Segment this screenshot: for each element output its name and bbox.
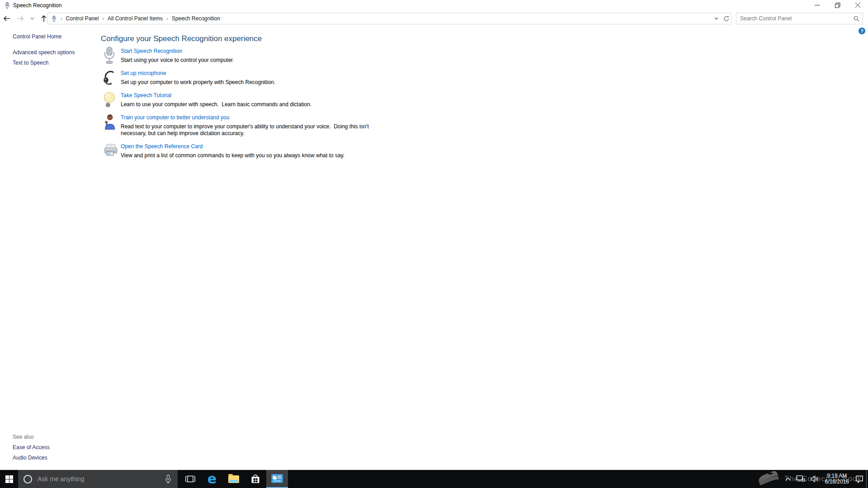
forward-arrow-icon bbox=[17, 15, 24, 22]
task-description: Set up your computer to work properly wi… bbox=[121, 79, 275, 86]
control-panel-search bbox=[736, 13, 863, 24]
task-description: View and print a list of common commands… bbox=[121, 152, 344, 159]
main-content: Configure your Speech Recognition experi… bbox=[93, 26, 868, 470]
lightbulb-icon bbox=[103, 91, 116, 109]
control-panel-icon bbox=[271, 474, 283, 483]
close-icon bbox=[855, 3, 860, 8]
store-icon bbox=[250, 474, 260, 484]
close-button[interactable] bbox=[848, 0, 868, 10]
headset-icon bbox=[103, 69, 116, 87]
task-description: Start using your voice to control your c… bbox=[121, 57, 234, 64]
person-icon bbox=[103, 113, 116, 131]
search-input[interactable] bbox=[736, 15, 854, 22]
search-icon[interactable] bbox=[854, 16, 859, 22]
page-title: Configure your Speech Recognition experi… bbox=[101, 34, 262, 43]
network-icon bbox=[796, 475, 805, 483]
volume-tray-button[interactable] bbox=[808, 470, 821, 488]
breadcrumb-speech-recognition[interactable]: Speech Recognition bbox=[169, 13, 223, 24]
sidebar-item-audio-devices[interactable]: Audio Devices bbox=[13, 455, 47, 461]
set-up-microphone-link[interactable]: Set up microphone bbox=[121, 70, 166, 76]
action-center-button[interactable] bbox=[853, 470, 866, 488]
file-explorer-button[interactable] bbox=[223, 470, 245, 488]
open-speech-reference-card-link[interactable]: Open the Speech Reference Card bbox=[121, 143, 203, 150]
network-tray-button[interactable] bbox=[793, 470, 808, 488]
refresh-icon bbox=[723, 16, 729, 22]
up-arrow-icon bbox=[41, 15, 47, 22]
breadcrumb-all-items[interactable]: All Control Panel Items bbox=[105, 13, 165, 24]
chevron-up-icon bbox=[785, 477, 791, 481]
train-your-computer-link[interactable]: Train your computer to better understand… bbox=[121, 114, 229, 121]
breadcrumb-separator: › bbox=[60, 16, 63, 21]
speech-recognition-taskbar-button[interactable] bbox=[266, 470, 288, 488]
breadcrumb-control-panel[interactable]: Control Panel bbox=[63, 13, 102, 24]
store-button[interactable] bbox=[245, 470, 266, 488]
book-icon bbox=[755, 470, 781, 488]
volume-icon bbox=[811, 475, 819, 483]
sidebar-item-control-panel-home[interactable]: Control Panel Home bbox=[13, 33, 61, 40]
task-set-up-microphone: Set up microphone Set up your computer t… bbox=[103, 69, 275, 86]
recent-pages-button[interactable] bbox=[27, 10, 38, 26]
back-button[interactable] bbox=[0, 10, 14, 26]
task-train-your-computer: Train your computer to better understand… bbox=[103, 113, 372, 137]
address-dropdown-button[interactable] bbox=[711, 13, 721, 24]
cortana-icon bbox=[24, 475, 32, 483]
sidebar-item-ease-of-access[interactable]: Ease of Access bbox=[13, 444, 50, 450]
task-take-speech-tutorial: Take Speech Tutorial Learn to use your c… bbox=[103, 91, 311, 108]
cortana-search bbox=[18, 470, 178, 488]
breadcrumb-separator: › bbox=[101, 16, 105, 21]
edge-browser-button[interactable]: e bbox=[201, 470, 223, 488]
task-description: Learn to use your computer with speech. … bbox=[121, 101, 311, 108]
clock-date: 6/18/2016 bbox=[825, 479, 849, 485]
task-view-button[interactable] bbox=[179, 470, 201, 488]
microphone-icon[interactable] bbox=[165, 474, 171, 483]
windows-logo-icon bbox=[5, 475, 13, 483]
task-description: Read text to your computer to improve yo… bbox=[121, 123, 372, 137]
navigation-bar: › Control Panel › All Control Panel Item… bbox=[0, 10, 868, 26]
start-button[interactable] bbox=[0, 470, 18, 488]
taskbar: e bbox=[0, 470, 868, 488]
edge-icon: e bbox=[208, 472, 217, 486]
back-arrow-icon bbox=[3, 15, 10, 22]
printer-icon bbox=[103, 142, 118, 160]
sidebar-item-text-to-speech[interactable]: Text to Speech bbox=[13, 60, 48, 66]
sidebar: Control Panel Home Advanced speech optio… bbox=[0, 26, 93, 470]
taskbar-search-input[interactable] bbox=[38, 475, 165, 483]
breadcrumb-separator: › bbox=[165, 16, 169, 21]
title-bar: Speech Recognition bbox=[0, 0, 868, 10]
chevron-down-icon bbox=[714, 17, 718, 20]
refresh-button[interactable] bbox=[721, 13, 731, 24]
microphone-icon bbox=[4, 2, 10, 9]
task-start-speech-recognition: Start Speech Recognition Start using you… bbox=[103, 47, 234, 64]
start-speech-recognition-link[interactable]: Start Speech Recognition bbox=[121, 48, 182, 54]
see-also-label: See also bbox=[13, 434, 34, 440]
forward-button[interactable] bbox=[14, 10, 27, 26]
microphone-icon bbox=[51, 15, 57, 22]
show-desktop-button[interactable] bbox=[866, 470, 868, 488]
chevron-down-icon bbox=[30, 17, 34, 20]
restore-icon bbox=[835, 3, 840, 8]
task-view-icon bbox=[185, 475, 195, 483]
restore-button[interactable] bbox=[827, 0, 848, 10]
take-speech-tutorial-link[interactable]: Take Speech Tutorial bbox=[121, 92, 171, 99]
tray-clock[interactable]: 9:19 AM 6/18/2016 bbox=[821, 473, 853, 485]
speech-recognition-window: Speech Recognition bbox=[0, 0, 868, 488]
microphone-icon bbox=[103, 47, 116, 65]
system-tray: 9:19 AM 6/18/2016 bbox=[783, 470, 868, 488]
window-title: Speech Recognition bbox=[13, 2, 61, 9]
action-center-icon bbox=[855, 475, 863, 483]
minimize-button[interactable] bbox=[807, 0, 827, 10]
minimize-icon bbox=[815, 3, 820, 8]
tray-expand-button[interactable] bbox=[783, 470, 793, 488]
task-open-speech-reference-card: Open the Speech Reference Card View and … bbox=[103, 142, 344, 159]
address-bar[interactable]: › Control Panel › All Control Panel Item… bbox=[47, 13, 731, 24]
sidebar-item-advanced-speech-options[interactable]: Advanced speech options bbox=[13, 49, 75, 56]
file-explorer-icon bbox=[228, 475, 239, 483]
